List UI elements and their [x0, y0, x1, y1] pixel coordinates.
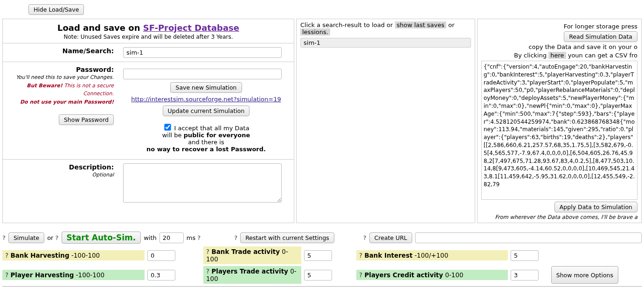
players-trade-input[interactable]	[304, 270, 332, 281]
show-password-button[interactable]: Show Password	[59, 114, 114, 125]
players-credit-input[interactable]	[511, 270, 539, 281]
player-harvesting-input[interactable]	[147, 270, 175, 281]
storage-line-2: copy the Data and save it on your o	[481, 43, 637, 50]
help-icon[interactable]: ?	[2, 234, 6, 241]
description-input[interactable]	[123, 163, 282, 203]
name-search-label: Name/Search:	[3, 43, 118, 62]
search-hint: Click a search-result to load or show la…	[300, 21, 471, 35]
search-result-item[interactable]: sim-1	[300, 38, 471, 48]
auto-sim-ms-input[interactable]	[159, 232, 184, 243]
description-sub: Optional	[7, 171, 114, 179]
password-label: Password:	[7, 66, 114, 73]
password-warn-a: But Beware!	[27, 83, 62, 89]
bank-harvesting-input[interactable]	[147, 250, 175, 261]
help-icon[interactable]: ?	[5, 271, 8, 279]
name-search-input[interactable]	[123, 47, 282, 58]
accept-public-checkbox[interactable]	[165, 124, 171, 130]
raw-data-box[interactable]: {"cnf":{"version":4,"autoEngage":20,"ban…	[481, 61, 637, 200]
help-icon[interactable]: ?	[234, 234, 237, 241]
sf-project-link[interactable]: SF-Project Database	[143, 23, 239, 33]
help-icon[interactable]: ?	[55, 234, 59, 241]
storage-line-1: For longer storage press	[481, 23, 637, 30]
hide-load-save-button[interactable]: Hide Load/Save	[28, 4, 84, 15]
create-url-button[interactable]: Create URL	[369, 232, 412, 243]
lessions-link[interactable]: lessions.	[300, 28, 330, 35]
help-icon[interactable]: ?	[359, 271, 362, 279]
restart-button[interactable]: Restart with current Settings	[240, 232, 334, 243]
expiry-note: Note: Unused Saves expire and will be de…	[7, 34, 289, 40]
show-last-saves-link[interactable]: show last saves	[395, 21, 447, 28]
simulation-url-link[interactable]: http://interestsim.sourceforge.net?simul…	[131, 96, 281, 103]
help-icon[interactable]: ?	[197, 234, 201, 241]
help-icon[interactable]: ?	[206, 267, 209, 275]
password-input[interactable]	[123, 69, 282, 79]
apply-data-button[interactable]: Apply Data to Simulation	[554, 202, 637, 212]
csv-here-link[interactable]: here	[548, 52, 566, 59]
update-current-simulation-button[interactable]: Update current Simulation	[163, 105, 250, 116]
storage-line-3: By clicking here youn can get a CSV fro	[481, 52, 637, 59]
read-simulation-data-button[interactable]: Read Simulation Data	[564, 31, 637, 42]
bank-trade-input[interactable]	[304, 250, 332, 261]
created-url-input[interactable]	[415, 232, 642, 243]
show-more-options-button[interactable]: Show more Options	[551, 266, 618, 284]
accept-line-1: I accept that all my Data	[174, 125, 249, 132]
help-icon[interactable]: ?	[5, 252, 8, 259]
search-panel: Click a search-result to load or show la…	[296, 19, 475, 223]
start-auto-sim-button[interactable]: Start Auto-Sim.	[62, 232, 141, 244]
load-save-panel: Load and save on SF-Project Database Not…	[2, 19, 294, 223]
storage-panel: For longer storage press Read Simulation…	[477, 19, 642, 223]
help-icon[interactable]: ?	[359, 252, 362, 259]
save-new-simulation-button[interactable]: Save new Simulation	[170, 82, 242, 93]
bank-interest-input[interactable]	[511, 250, 539, 261]
simulate-button[interactable]: Simulate	[8, 232, 44, 243]
load-save-title: Load and save on SF-Project Database	[7, 23, 289, 33]
password-hint-1: You'll need this to save your Changes.	[7, 73, 114, 82]
description-label: Description:	[7, 163, 114, 171]
password-warn-c: Do not use your main Password!	[7, 98, 114, 106]
storage-footnote: From wherever the Data above comes, I'll…	[481, 214, 637, 220]
help-icon[interactable]: ?	[206, 248, 209, 255]
password-warn-b: This is not a secure Connection.	[64, 83, 114, 97]
help-icon[interactable]: ?	[363, 234, 367, 241]
